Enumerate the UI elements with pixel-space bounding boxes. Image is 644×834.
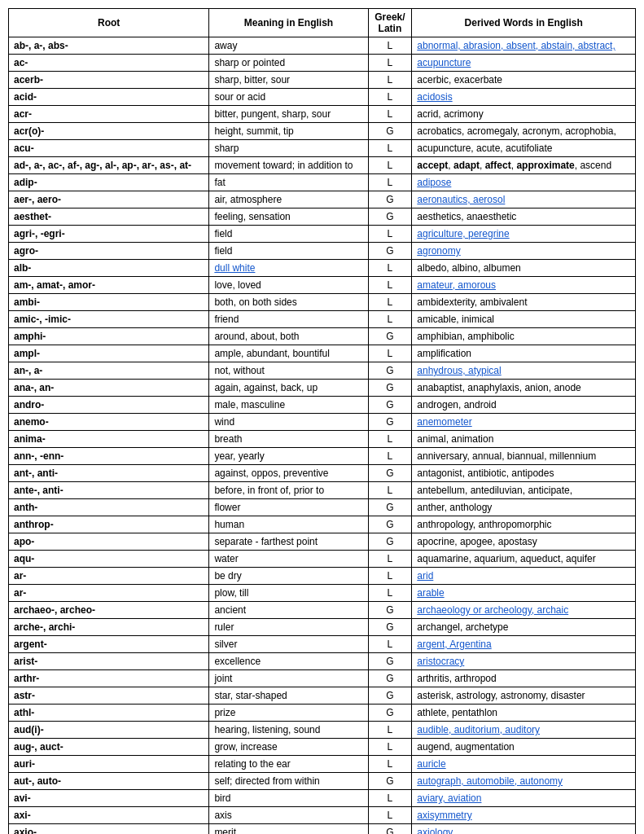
cell-meaning: sharp, bitter, sour xyxy=(209,72,368,89)
cell-meaning: breath xyxy=(209,431,368,448)
cell-derived: aesthetics, anaesthetic xyxy=(412,208,636,226)
cell-meaning: bitter, pungent, sharp, sour xyxy=(209,106,368,123)
roots-table: Root Meaning in English Greek/ Latin Der… xyxy=(8,8,636,834)
cell-meaning: love, loved xyxy=(209,277,368,294)
cell-root: amphi- xyxy=(9,328,209,345)
cell-lang: L xyxy=(368,482,412,499)
cell-meaning: friend xyxy=(209,311,368,328)
table-row: avi-birdLaviary, aviation xyxy=(9,790,636,807)
cell-meaning: both, on both sides xyxy=(209,294,368,311)
table-row: an-, a-not, withoutGanhydrous, atypical xyxy=(9,362,636,380)
table-row: acerb-sharp, bitter, sourLacerbic, exace… xyxy=(9,72,636,89)
cell-meaning: bird xyxy=(209,790,368,807)
cell-derived: anther, anthology xyxy=(412,499,636,516)
cell-meaning: water xyxy=(209,551,368,568)
cell-root: arche-, archi- xyxy=(9,619,209,636)
cell-derived: arid xyxy=(412,568,636,585)
cell-derived: antebellum, antediluvian, anticipate, xyxy=(412,482,636,499)
table-row: am-, amat-, amor-love, lovedLamateur, am… xyxy=(9,277,636,294)
table-row: auri-relating to the earLauricle xyxy=(9,756,636,773)
cell-lang: G xyxy=(368,328,412,345)
cell-lang: G xyxy=(368,499,412,516)
cell-derived: arthritis, arthropod xyxy=(412,670,636,687)
cell-root: axio- xyxy=(9,824,209,835)
cell-lang: L xyxy=(368,174,412,191)
table-row: anemo-windGanemometer xyxy=(9,414,636,431)
table-row: apo-separate - farthest pointGapocrine, … xyxy=(9,533,636,551)
table-row: athl-prizeGathlete, pentathlon xyxy=(9,705,636,722)
table-row: aug-, auct-grow, increaseLaugend, augmen… xyxy=(9,739,636,756)
cell-root: ante-, anti- xyxy=(9,482,209,499)
cell-root: aqu- xyxy=(9,551,209,568)
cell-lang: L xyxy=(368,140,412,157)
cell-derived: anemometer xyxy=(412,414,636,431)
table-row: aut-, auto-self; directed from withinGau… xyxy=(9,773,636,790)
cell-lang: L xyxy=(368,157,412,174)
cell-lang: L xyxy=(368,106,412,123)
cell-lang: G xyxy=(368,191,412,208)
cell-derived: aristocracy xyxy=(412,653,636,670)
cell-meaning: year, yearly xyxy=(209,448,368,465)
table-row: agri-, -egri-fieldLagriculture, peregrin… xyxy=(9,226,636,243)
cell-derived: auricle xyxy=(412,756,636,773)
cell-derived: axiology xyxy=(412,824,636,835)
cell-meaning: sharp xyxy=(209,140,368,157)
cell-root: ana-, an- xyxy=(9,380,209,397)
cell-meaning: silver xyxy=(209,636,368,653)
table-row: axi-axisLaxisymmetry xyxy=(9,807,636,824)
cell-lang: L xyxy=(368,807,412,824)
cell-derived: axisymmetry xyxy=(412,807,636,824)
cell-root: ab-, a-, abs- xyxy=(9,37,209,55)
cell-lang: G xyxy=(368,533,412,551)
cell-lang: L xyxy=(368,448,412,465)
cell-meaning: self; directed from within xyxy=(209,773,368,790)
table-row: andro-male, masculineGandrogen, android xyxy=(9,397,636,414)
cell-lang: L xyxy=(368,277,412,294)
cell-lang: G xyxy=(368,670,412,687)
cell-root: arist- xyxy=(9,653,209,670)
cell-root: astr- xyxy=(9,687,209,705)
table-row: arthr-jointGarthritis, arthropod xyxy=(9,670,636,687)
table-row: amic-, -imic-friendLamicable, inimical xyxy=(9,311,636,328)
cell-meaning: movement toward; in addition to xyxy=(209,157,368,174)
cell-root: axi- xyxy=(9,807,209,824)
table-row: aer-, aero-air, atmosphereGaeronautics, … xyxy=(9,191,636,208)
table-row: anth-flowerGanther, anthology xyxy=(9,499,636,516)
header-lang: Greek/ Latin xyxy=(368,9,412,37)
cell-root: aer-, aero- xyxy=(9,191,209,208)
cell-meaning: air, atmosphere xyxy=(209,191,368,208)
cell-derived: anhydrous, atypical xyxy=(412,362,636,380)
table-row: ante-, anti-before, in front of, prior t… xyxy=(9,482,636,499)
cell-meaning: ancient xyxy=(209,602,368,619)
cell-root: auri- xyxy=(9,756,209,773)
cell-derived: animal, animation xyxy=(412,431,636,448)
cell-root: argent- xyxy=(9,636,209,653)
table-row: ar-be dryLarid xyxy=(9,568,636,585)
cell-root: ampl- xyxy=(9,345,209,362)
table-row: acr(o)-height, summit, tipGacrobatics, a… xyxy=(9,123,636,140)
cell-meaning: away xyxy=(209,37,368,55)
cell-meaning: human xyxy=(209,516,368,533)
cell-derived: audible, auditorium, auditory xyxy=(412,722,636,739)
cell-meaning: joint xyxy=(209,670,368,687)
cell-lang: G xyxy=(368,773,412,790)
cell-root: apo- xyxy=(9,533,209,551)
cell-lang: G xyxy=(368,208,412,226)
table-row: argent-silverLargent, Argentina xyxy=(9,636,636,653)
cell-derived: aeronautics, aerosol xyxy=(412,191,636,208)
cell-root: ant-, anti- xyxy=(9,465,209,482)
cell-derived: acrobatics, acromegaly, acronym, acropho… xyxy=(412,123,636,140)
cell-derived: anabaptist, anaphylaxis, anion, anode xyxy=(412,380,636,397)
cell-root: ambi- xyxy=(9,294,209,311)
cell-root: alb- xyxy=(9,260,209,277)
cell-root: aut-, auto- xyxy=(9,773,209,790)
cell-root: ac- xyxy=(9,55,209,72)
cell-lang: G xyxy=(368,705,412,722)
cell-lang: L xyxy=(368,636,412,653)
table-row: acr-bitter, pungent, sharp, sourLacrid, … xyxy=(9,106,636,123)
cell-lang: L xyxy=(368,585,412,602)
cell-meaning: sharp or pointed xyxy=(209,55,368,72)
cell-lang: G xyxy=(368,465,412,482)
cell-root: aud(i)- xyxy=(9,722,209,739)
table-row: alb-dull whiteLalbedo, albino, albumen xyxy=(9,260,636,277)
